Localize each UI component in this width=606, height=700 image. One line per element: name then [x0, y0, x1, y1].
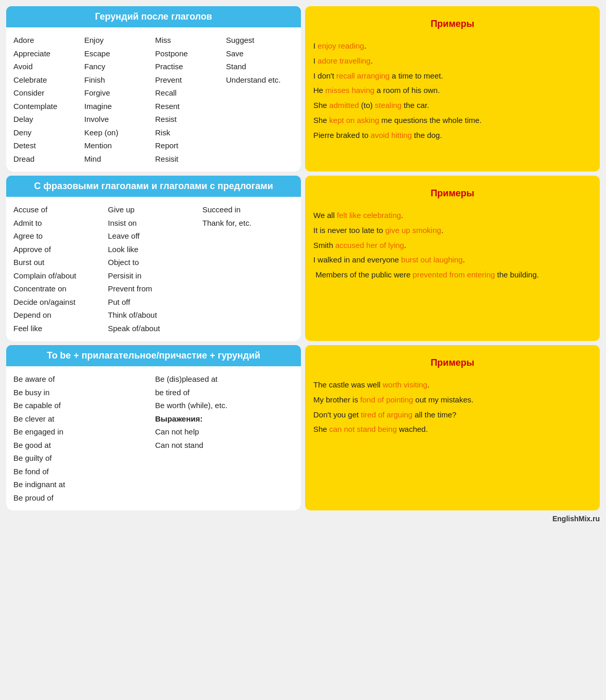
section3-header: To be + прилагательное/причастие + гурун…: [6, 345, 301, 366]
section3-examples-header: Примеры: [313, 352, 592, 374]
list-item: Forgive: [84, 86, 152, 100]
example-line: I enjoy reading.: [313, 40, 592, 53]
section1-col3: Miss Postpone Practise Prevent Recall Re…: [155, 34, 223, 165]
highlight: stealing: [375, 101, 402, 110]
highlight: fond of pointing: [360, 395, 413, 404]
list-item: Miss: [155, 34, 223, 47]
list-item: Mind: [84, 152, 152, 166]
list-item: Can not stand: [155, 439, 294, 452]
highlight: enjoy reading: [317, 41, 364, 50]
watermark-text: EnglishMix: [552, 515, 591, 523]
list-item: Decide on/against: [13, 295, 105, 309]
list-item: Be proud of: [13, 491, 152, 505]
section3-panel: To be + прилагательное/причастие + гурун…: [6, 345, 301, 510]
example-line: Pierre braked to avoid hitting the dog.: [313, 129, 592, 142]
list-item: Celebrate: [13, 73, 81, 87]
list-item: Resisit: [155, 152, 223, 166]
highlight: worth visiting: [382, 380, 427, 389]
highlight: recall arranging: [337, 71, 390, 80]
list-item: Delay: [13, 113, 81, 126]
highlight: felt like celebrating: [337, 211, 401, 220]
list-item: Imagine: [84, 100, 152, 113]
example-line: She kept on asking me questions the whol…: [313, 114, 592, 127]
list-item: Be capable of: [13, 399, 152, 412]
section3-content: Be aware of Be busy in Be capable of Be …: [6, 366, 301, 510]
section1-header: Герундий после глаголов: [6, 6, 301, 27]
watermark-suffix: .ru: [591, 515, 600, 523]
list-item: Burst out: [13, 256, 105, 269]
highlight: give up smoking: [385, 226, 441, 235]
list-item: Give up: [108, 203, 199, 216]
list-item: Be fond of: [13, 465, 152, 478]
list-item: Be aware of: [13, 372, 152, 386]
highlight: admitted: [329, 101, 359, 110]
list-item: Prevent from: [108, 282, 199, 295]
list-item: Adore: [13, 34, 81, 47]
section3-col1: Be aware of Be busy in Be capable of Be …: [13, 372, 152, 504]
section2-examples-panel: Примеры We all felt like celebrating. It…: [305, 176, 600, 341]
example-line: Smith accused her of lying.: [313, 239, 592, 252]
section2-examples-header: Примеры: [313, 183, 592, 204]
highlight: avoid hitting: [371, 131, 412, 139]
section2-content: Accuse of Admit to Agree to Approve of B…: [6, 197, 301, 341]
list-item: Risk: [155, 126, 223, 139]
list-item: Be guilty of: [13, 452, 152, 465]
watermark: EnglishMix.ru: [6, 515, 600, 523]
section2-examples-content: We all felt like celebrating. It is neve…: [313, 209, 592, 282]
list-item: Practise: [155, 60, 223, 73]
list-item: Escape: [84, 47, 152, 60]
section2-col3: Succeed in Thank for, etc.: [202, 203, 294, 335]
list-item: Consider: [13, 86, 81, 100]
example-line: The castle was well worth visiting.: [313, 379, 592, 392]
list-item: Dread: [13, 152, 81, 166]
list-item: Fancy: [84, 60, 152, 73]
list-item: Suggest: [226, 34, 294, 47]
highlight: can not stand being: [329, 425, 397, 433]
list-item: Appreciate: [13, 47, 81, 60]
list-item: Can not help: [155, 425, 294, 439]
list-item: Agree to: [13, 229, 105, 243]
list-item: Succeed in: [202, 203, 294, 216]
highlight: prevented from entering: [413, 270, 495, 279]
section1-examples-header: Примеры: [313, 13, 592, 35]
list-item: Think of/about: [108, 308, 199, 322]
list-item: Recall: [155, 86, 223, 100]
list-item: Detest: [13, 139, 81, 152]
highlight: misses having: [325, 86, 374, 95]
section2-panel: С фразовыми глаголами и глаголами с пред…: [6, 176, 301, 341]
highlight: burst out laughing: [401, 255, 463, 264]
section1-examples-content: I enjoy reading. I adore travelling. I d…: [313, 40, 592, 142]
example-line: Members of the public were prevented fro…: [313, 269, 592, 282]
list-item: Finish: [84, 73, 152, 87]
example-line: We all felt like celebrating.: [313, 209, 592, 222]
list-item: Put off: [108, 295, 199, 309]
list-item: Contemplate: [13, 100, 81, 113]
list-item: Persisit in: [108, 269, 199, 283]
list-item: Resist: [155, 113, 223, 126]
list-item: Deny: [13, 126, 81, 139]
section2-col1: Accuse of Admit to Agree to Approve of B…: [13, 203, 105, 335]
list-item: Be (dis)pleased at: [155, 372, 294, 386]
example-line: I walked in and everyone burst out laugh…: [313, 254, 592, 267]
list-item: Be good at: [13, 439, 152, 452]
list-item: Admit to: [13, 216, 105, 230]
list-item: Prevent: [155, 73, 223, 87]
list-item: Resent: [155, 100, 223, 113]
section1-verb-grid: Adore Appreciate Avoid Celebrate Conside…: [13, 34, 294, 165]
list-item: Be indignant at: [13, 478, 152, 491]
list-item: Be engaged in: [13, 425, 152, 439]
list-item: Postpone: [155, 47, 223, 60]
section1-content: Adore Appreciate Avoid Celebrate Conside…: [6, 27, 301, 172]
section3-col2: Be (dis)pleased at be tired of Be worth …: [155, 372, 294, 504]
section2-header: С фразовыми глаголами и глаголами с пред…: [6, 176, 301, 197]
list-item: Involve: [84, 113, 152, 126]
list-item: Look like: [108, 243, 199, 256]
section1-col4: Suggest Save Stand Understand etc.: [226, 34, 294, 165]
list-item: Keep (on): [84, 126, 152, 139]
list-item: Insist on: [108, 216, 199, 230]
list-item: Stand: [226, 60, 294, 73]
list-item: Understand etc.: [226, 73, 294, 87]
list-item: Be busy in: [13, 386, 152, 399]
example-line: She can not stand being wached.: [313, 423, 592, 436]
section3-examples-content: The castle was well worth visiting. My b…: [313, 379, 592, 436]
